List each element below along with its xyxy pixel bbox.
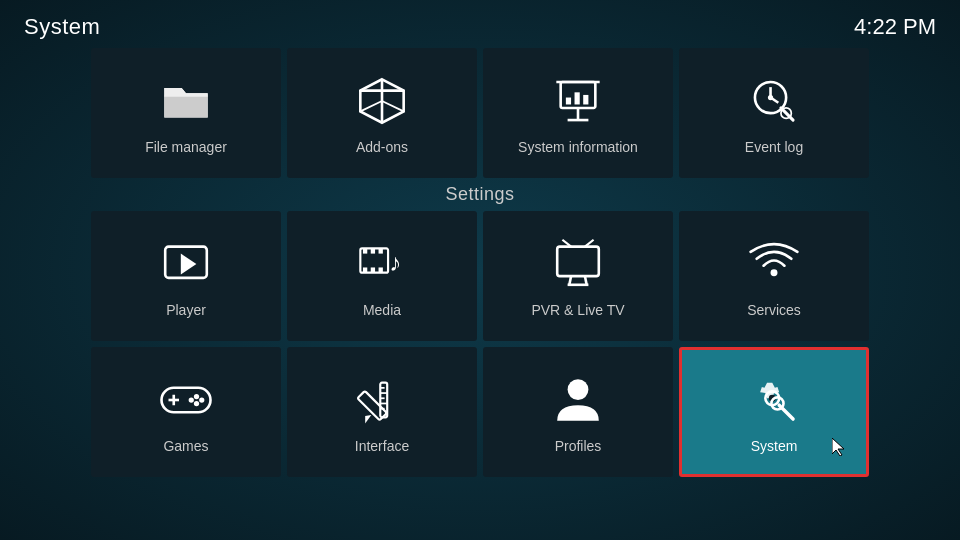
tile-pvr-live-tv[interactable]: PVR & Live TV — [483, 211, 673, 341]
clock-search-icon — [744, 71, 804, 131]
svg-marker-43 — [361, 412, 372, 423]
svg-rect-24 — [363, 267, 367, 272]
svg-rect-23 — [379, 248, 383, 253]
tile-player[interactable]: Player — [91, 211, 281, 341]
play-circle-icon — [156, 234, 216, 294]
svg-point-39 — [199, 397, 204, 402]
clock: 4:22 PM — [854, 14, 936, 40]
tile-file-manager-label: File manager — [145, 139, 227, 155]
tile-profiles[interactable]: Profiles — [483, 347, 673, 477]
pencil-ruler-icon — [352, 370, 412, 430]
tile-player-label: Player — [166, 302, 206, 318]
tile-media[interactable]: ♪ Media — [287, 211, 477, 341]
svg-point-34 — [771, 269, 778, 276]
svg-point-50 — [568, 379, 589, 400]
svg-rect-42 — [357, 391, 386, 420]
svg-rect-26 — [379, 267, 383, 272]
tile-games[interactable]: Games — [91, 347, 281, 477]
svg-line-4 — [382, 101, 404, 111]
svg-rect-10 — [575, 92, 580, 104]
settings-row-1: Player ♪ Media — [0, 211, 960, 341]
svg-rect-21 — [363, 248, 367, 253]
tile-interface-label: Interface — [355, 438, 409, 454]
tile-add-ons-label: Add-ons — [356, 139, 408, 155]
presentation-icon — [548, 71, 608, 131]
tile-services[interactable]: Services — [679, 211, 869, 341]
svg-text:♪: ♪ — [389, 249, 401, 276]
svg-rect-22 — [371, 248, 375, 253]
tile-pvr-live-tv-label: PVR & Live TV — [531, 302, 624, 318]
tile-media-label: Media — [363, 302, 401, 318]
svg-point-15 — [768, 95, 773, 100]
tile-system-information[interactable]: System information — [483, 48, 673, 178]
top-tiles-row: File manager Add-ons — [0, 48, 960, 178]
tile-profiles-label: Profiles — [555, 438, 602, 454]
tile-system-label: System — [751, 438, 798, 454]
svg-marker-19 — [181, 254, 197, 275]
gear-wrench-icon — [744, 370, 804, 430]
svg-rect-9 — [566, 98, 571, 105]
svg-rect-11 — [583, 95, 588, 105]
settings-row-2: Games Interface — [0, 347, 960, 477]
tile-add-ons[interactable]: Add-ons — [287, 48, 477, 178]
svg-marker-55 — [832, 438, 844, 456]
tv-icon — [548, 234, 608, 294]
tile-games-label: Games — [163, 438, 208, 454]
box-icon — [352, 71, 412, 131]
svg-point-40 — [194, 401, 199, 406]
page-title: System — [24, 14, 100, 40]
svg-rect-25 — [371, 267, 375, 272]
wifi-broadcast-icon — [744, 234, 804, 294]
tile-system[interactable]: System — [679, 347, 869, 477]
person-icon — [548, 370, 608, 430]
svg-point-38 — [194, 394, 199, 399]
media-icon: ♪ — [352, 234, 412, 294]
tile-event-log-label: Event log — [745, 139, 803, 155]
tile-event-log[interactable]: Event log — [679, 48, 869, 178]
folder-icon — [156, 71, 216, 131]
tile-file-manager[interactable]: File manager — [91, 48, 281, 178]
tile-interface[interactable]: Interface — [287, 347, 477, 477]
tile-system-information-label: System information — [518, 139, 638, 155]
tile-services-label: Services — [747, 302, 801, 318]
svg-point-41 — [189, 397, 194, 402]
svg-line-3 — [360, 101, 382, 111]
mouse-cursor — [832, 438, 846, 456]
gamepad-icon — [156, 370, 216, 430]
settings-label: Settings — [0, 184, 960, 205]
svg-rect-28 — [557, 247, 599, 276]
